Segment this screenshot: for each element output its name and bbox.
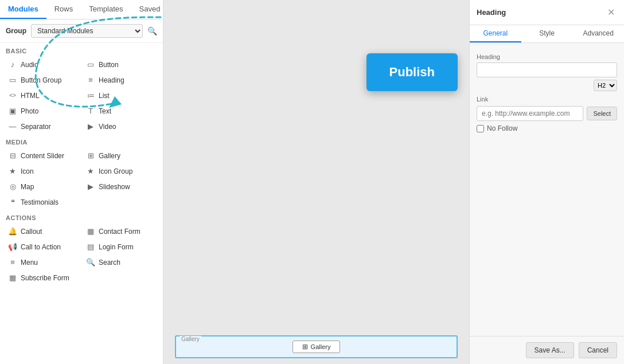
button-group-icon: ▭: [8, 76, 17, 84]
nofollow-row: No Follow: [477, 124, 617, 132]
module-tabs: Modules Rows Templates Saved: [0, 0, 163, 19]
module-gallery-label: Gallery: [99, 152, 120, 160]
link-field-label: Link: [477, 96, 617, 103]
callout-icon: 🔔: [8, 227, 17, 236]
heading-tag-select[interactable]: H2H1H3: [594, 80, 617, 91]
module-gallery[interactable]: ⊞ Gallery: [81, 148, 159, 163]
module-video[interactable]: ▶ Video: [81, 119, 159, 134]
right-panel-tabs: General Style Advanced: [470, 25, 624, 43]
tab-templates[interactable]: Templates: [81, 0, 131, 19]
group-row: Group Standard Modules 🔍: [0, 19, 163, 43]
heading-field-label: Heading: [477, 53, 617, 60]
tab-rows[interactable]: Rows: [46, 0, 81, 19]
module-icon-group[interactable]: ★ Icon Group: [81, 163, 159, 179]
tab-style[interactable]: Style: [521, 25, 573, 42]
module-contact-form[interactable]: ▦ Contact Form: [81, 224, 159, 239]
module-search[interactable]: 🔍 Search: [81, 255, 159, 270]
module-call-to-action-label: Call to Action: [21, 243, 61, 251]
module-map[interactable]: ◎ Map: [3, 179, 81, 194]
tab-saved[interactable]: Saved: [131, 0, 164, 19]
module-subscribe-form-label: Subscribe Form: [21, 274, 69, 282]
login-form-icon: ▤: [86, 242, 95, 251]
cancel-button[interactable]: Cancel: [579, 342, 617, 358]
nofollow-label: No Follow: [487, 124, 517, 132]
module-button[interactable]: ▭ Button: [81, 57, 159, 72]
module-heading[interactable]: ≡ Heading: [81, 72, 159, 88]
module-heading-label: Heading: [99, 76, 124, 84]
module-slideshow[interactable]: ▶ Slideshow: [81, 179, 159, 194]
module-html[interactable]: <> HTML: [3, 88, 81, 103]
module-contact-form-label: Contact Form: [99, 228, 141, 236]
gallery-bar[interactable]: Gallery ⊞ Gallery: [175, 335, 458, 358]
module-list[interactable]: ≔ List: [81, 88, 159, 103]
tab-advanced[interactable]: Advanced: [572, 25, 624, 42]
module-audio[interactable]: ♪ Audio: [3, 57, 81, 72]
module-button-group[interactable]: ▭ Button Group: [3, 72, 81, 88]
module-login-form-label: Login Form: [99, 243, 134, 251]
video-icon: ▶: [86, 122, 95, 131]
list-icon: ≔: [86, 91, 95, 100]
module-html-label: HTML: [21, 92, 40, 100]
module-callout[interactable]: 🔔 Callout: [3, 224, 81, 239]
tab-modules[interactable]: Modules: [0, 0, 46, 19]
module-photo-label: Photo: [21, 107, 38, 115]
heading-input[interactable]: [477, 62, 617, 77]
link-input[interactable]: [477, 106, 583, 121]
module-button-group-label: Button Group: [21, 76, 61, 84]
nofollow-checkbox[interactable]: [477, 125, 484, 132]
save-as-button[interactable]: Save As...: [526, 342, 574, 358]
section-actions-header: Actions: [0, 210, 163, 224]
separator-icon: —: [8, 122, 17, 131]
module-call-to-action[interactable]: 📢 Call to Action: [3, 239, 81, 255]
html-icon: <>: [8, 92, 17, 99]
tab-general[interactable]: General: [470, 25, 521, 42]
gallery-icon: ⊞: [86, 151, 95, 160]
close-panel-button[interactable]: ✕: [605, 5, 617, 20]
main-canvas: Gallery ⊞ Gallery Publish: [163, 0, 469, 364]
module-button-label: Button: [99, 61, 119, 69]
gallery-bar-inner-label: Gallery: [311, 343, 331, 350]
module-icon-label: Icon: [21, 167, 34, 175]
publish-button[interactable]: Publish: [366, 53, 458, 91]
section-media-header: Media: [0, 134, 163, 148]
module-subscribe-form[interactable]: ▦ Subscribe Form: [3, 270, 81, 285]
right-panel: Heading ✕ General Style Advanced Heading…: [469, 0, 624, 364]
module-separator-label: Separator: [21, 123, 51, 131]
search-module-icon: 🔍: [86, 258, 95, 267]
module-text[interactable]: T Text: [81, 103, 159, 119]
testimonials-icon: ❝: [8, 198, 17, 206]
module-video-label: Video: [99, 123, 116, 131]
heading-icon: ≡: [86, 76, 95, 84]
module-testimonials[interactable]: ❝ Testimonials: [3, 194, 81, 210]
module-text-label: Text: [99, 107, 111, 115]
module-icon[interactable]: ★ Icon: [3, 163, 81, 179]
right-panel-header: Heading ✕: [470, 0, 624, 25]
group-select[interactable]: Standard Modules: [31, 24, 143, 38]
left-panel: Modules Rows Templates Saved Group Stand…: [0, 0, 163, 364]
group-label: Group: [6, 27, 26, 35]
module-slideshow-label: Slideshow: [99, 183, 130, 191]
module-icon-group-label: Icon Group: [99, 167, 132, 175]
actions-modules: 🔔 Callout ▦ Contact Form 📢 Call to Actio…: [0, 224, 163, 285]
search-button[interactable]: 🔍: [147, 26, 157, 36]
slideshow-icon: ▶: [86, 182, 95, 191]
module-testimonials-label: Testimonials: [21, 198, 58, 206]
gallery-bar-section-label: Gallery: [180, 336, 201, 342]
module-photo[interactable]: ▣ Photo: [3, 103, 81, 119]
select-link-button[interactable]: Select: [587, 107, 617, 120]
photo-icon: ▣: [8, 107, 17, 115]
call-to-action-icon: 📢: [8, 242, 17, 251]
icon-group-icon: ★: [86, 167, 95, 175]
section-basic-header: Basic: [0, 43, 163, 57]
gallery-bar-inner[interactable]: ⊞ Gallery: [292, 340, 341, 353]
slider-icon: ⊟: [8, 151, 17, 160]
module-menu[interactable]: ≡ Menu: [3, 255, 81, 270]
module-content-slider[interactable]: ⊟ Content Slider: [3, 148, 81, 163]
module-menu-label: Menu: [21, 259, 38, 267]
module-content-slider-label: Content Slider: [21, 152, 64, 160]
module-map-label: Map: [21, 183, 34, 191]
module-login-form[interactable]: ▤ Login Form: [81, 239, 159, 255]
module-audio-label: Audio: [21, 61, 38, 69]
module-list-label: List: [99, 92, 110, 100]
module-separator[interactable]: — Separator: [3, 119, 81, 134]
